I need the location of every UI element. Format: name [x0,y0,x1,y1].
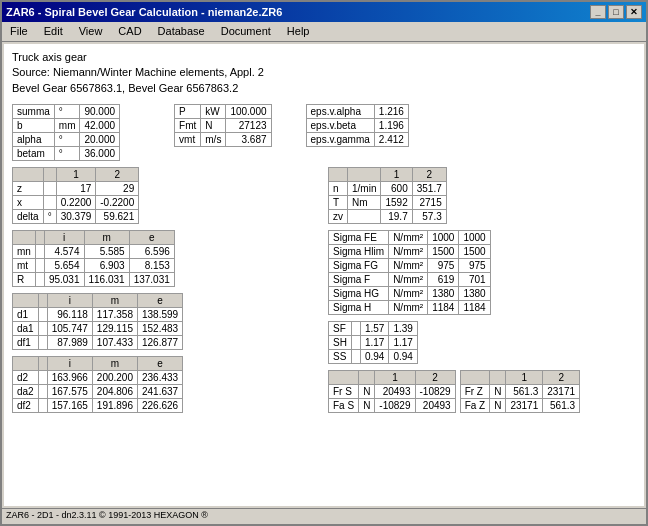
unit [38,385,47,399]
table-row: alpha ° 20.000 [13,133,120,147]
val: 57.3 [412,210,446,224]
val: 701 [459,273,490,287]
unit: N/mm² [389,273,428,287]
header-line1: Truck axis gear [12,50,636,65]
val: 105.747 [47,322,92,336]
table-row: Fa Z N 23171 561.3 [460,399,579,413]
val: 1592 [381,196,412,210]
col-header: i [47,357,92,371]
title-bar: ZAR6 - Spiral Bevel Gear Calculation - n… [2,2,646,22]
col-header [38,357,47,371]
menu-view[interactable]: View [71,24,111,39]
col-header: 1 [375,371,415,385]
menu-help[interactable]: Help [279,24,318,39]
val: 96.118 [47,308,92,322]
table-row: Sigma H N/mm² 1184 1184 [329,301,491,315]
menu-cad[interactable]: CAD [110,24,149,39]
val: 561.3 [543,399,580,413]
val: 351.7 [412,182,446,196]
label: Sigma F [329,273,389,287]
n-t-zv-table: 1 2 n 1/min 600 351.7 T Nm 1592 [328,167,447,224]
label: delta [13,210,44,224]
val: 2715 [412,196,446,210]
sigma-section: Sigma FE N/mm² 1000 1000 Sigma Hlim N/mm… [328,230,636,315]
eps-table-section: eps.v.alpha 1.216 eps.v.beta 1.196 eps.v… [306,104,409,161]
val: 1.39 [389,322,417,336]
table-row: b mm 42.000 [13,119,120,133]
menu-document[interactable]: Document [213,24,279,39]
unit: N [201,119,226,133]
summa-table: summa ° 90.000 b mm 42.000 alpha ° 20.00… [12,104,120,161]
label: n [329,182,348,196]
label: Sigma HG [329,287,389,301]
val: 1.17 [389,336,417,350]
menu-file[interactable]: File [2,24,36,39]
menu-database[interactable]: Database [150,24,213,39]
table-row: df1 87.989 107.433 126.877 [13,336,183,350]
col-header [460,371,490,385]
menu-bar: File Edit View CAD Database Document Hel… [2,22,646,42]
val: 167.575 [47,385,92,399]
val: 6.903 [84,259,129,273]
col-header [13,357,39,371]
unit: N [490,385,506,399]
unit: ° [54,147,80,161]
d2-section: i m e d2 163.966 200.200 236.433 da [12,356,320,413]
unit: mm [54,119,80,133]
header-line3: Bevel Gear 6567863.1, Bevel Gear 6567863… [12,81,636,96]
val: 1184 [459,301,490,315]
unit: ° [43,210,56,224]
forces-section: 1 2 Fr S N 20493 -10829 Fa S [328,370,636,413]
menu-edit[interactable]: Edit [36,24,71,39]
mn-mt-r-section: i m e mn 4.574 5.585 6.596 mt [12,230,320,287]
val: 1500 [459,245,490,259]
val: 1500 [428,245,459,259]
sigma-table: Sigma FE N/mm² 1000 1000 Sigma Hlim N/mm… [328,230,491,315]
unit [35,245,44,259]
minimize-button[interactable]: _ [590,5,606,19]
col-header: m [92,357,137,371]
val: 20493 [415,399,455,413]
sf-sh-ss-table: SF 1.57 1.39 SH 1.17 1.17 SS [328,321,418,364]
table-row: 1 2 [13,168,139,182]
table-row: Sigma Hlim N/mm² 1500 1500 [329,245,491,259]
table-row: zv 19.7 57.3 [329,210,447,224]
header-line2: Source: Niemann/Winter Machine elements,… [12,65,636,80]
d2-table: i m e d2 163.966 200.200 236.433 da [12,356,183,413]
val: 36.000 [80,147,120,161]
val: 163.966 [47,371,92,385]
col-header [329,371,359,385]
val: 975 [428,259,459,273]
mn-mt-r-table: i m e mn 4.574 5.585 6.596 mt [12,230,175,287]
close-button[interactable]: ✕ [626,5,642,19]
val: -10829 [375,399,415,413]
summa-table-section: summa ° 90.000 b mm 42.000 alpha ° 20.00… [12,104,120,161]
label: Fmt [175,119,201,133]
unit [38,399,47,413]
label: eps.v.beta [306,119,374,133]
col-header [13,168,44,182]
val: 200.200 [92,371,137,385]
col-header: 1 [381,168,412,182]
val: 1380 [459,287,490,301]
table-row: Sigma F N/mm² 619 701 [329,273,491,287]
val: 95.031 [44,273,84,287]
val: 117.358 [92,308,137,322]
val: 126.877 [138,336,183,350]
content-area: Truck axis gear Source: Niemann/Winter M… [4,44,644,506]
col-header: 2 [96,168,139,182]
val: 1000 [428,231,459,245]
table-row: Fa S N -10829 20493 [329,399,456,413]
label: alpha [13,133,55,147]
val: 116.031 [84,273,129,287]
maximize-button[interactable]: □ [608,5,624,19]
unit: m/s [201,133,226,147]
val: 17 [56,182,96,196]
table-row: n 1/min 600 351.7 [329,182,447,196]
label: Fr Z [460,385,490,399]
val: 1.57 [360,322,388,336]
label: da1 [13,322,39,336]
val: -0.2200 [96,196,139,210]
status-text: ZAR6 - 2D1 - dn2.3.11 © 1991-2013 HEXAGO… [6,510,208,520]
unit [35,273,44,287]
